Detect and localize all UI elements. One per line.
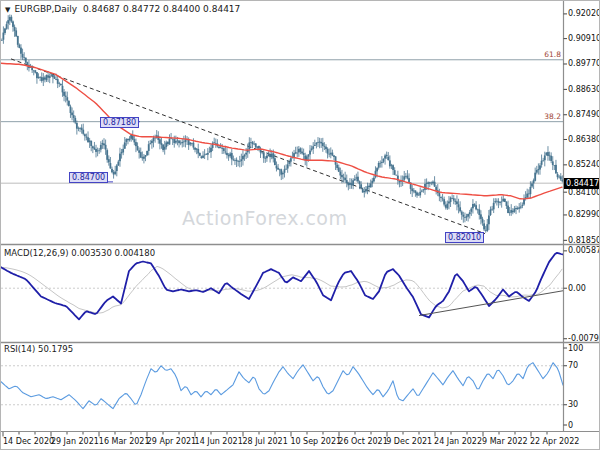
- ohlc-values: 0.84687 0.84772 0.84400 0.84417: [83, 4, 240, 14]
- price-axis-tick: 0.85240: [568, 160, 600, 169]
- macd-axis-tick: 0.00: [568, 284, 586, 293]
- macd-indicator-label: MACD(12,26,9) 0.003530 0.004180: [4, 248, 155, 258]
- rsi-axis-tick: 30: [568, 400, 578, 409]
- symbol-timeframe-label: EURGBP,Daily: [14, 4, 77, 14]
- rsi-indicator-label: RSI(14) 50.1795: [4, 344, 73, 354]
- price-annotation: 0.82010: [445, 232, 484, 243]
- price-annotation: 0.84700: [69, 172, 108, 183]
- macd-axis-tick: -0.007945: [568, 334, 600, 343]
- macd-name: MACD(12,26,9): [4, 248, 69, 258]
- current-price-badge: 0.84417: [564, 178, 600, 189]
- date-axis-label: 9 Dec 2021: [386, 437, 432, 446]
- rsi-axis-tick: 70: [568, 361, 578, 370]
- price-axis-tick: 0.81850: [568, 236, 600, 245]
- rsi-axis-tick: 100: [568, 344, 583, 353]
- price-axis-tick: 0.90910: [568, 34, 600, 43]
- macd-axis-tick: 0.005872: [568, 246, 600, 255]
- date-axis-label: 16 Mar 2021: [99, 437, 150, 446]
- date-axis-label: 22 Apr 2022: [530, 437, 579, 446]
- fib-level-label: 38.2: [539, 112, 561, 121]
- date-axis-label: 10 Sep 2021: [290, 437, 341, 446]
- date-axis-label: 24 Jan 2022: [434, 437, 482, 446]
- rsi-panel[interactable]: [1, 343, 563, 431]
- chart-title: ▼EURGBP,Daily 0.84687 0.84772 0.84400 0.…: [5, 4, 240, 14]
- price-axis-tick: 0.82990: [568, 210, 600, 219]
- rsi-name: RSI(14): [4, 344, 35, 354]
- date-axis-label: 26 Oct 2021: [338, 437, 387, 446]
- price-axis-tick: 0.86380: [568, 135, 600, 144]
- price-annotation: 0.87180: [100, 117, 139, 128]
- forex-chart-window: ▼EURGBP,Daily 0.84687 0.84772 0.84400 0.…: [0, 0, 600, 450]
- price-axis-tick: 0.92020: [568, 9, 600, 18]
- date-axis-label: 14 Dec 2020: [3, 437, 54, 446]
- rsi-value: 50.1795: [38, 344, 73, 354]
- date-axis-label: 14 Jun 2021: [195, 437, 243, 446]
- date-axis-label: 9 Mar 2022: [482, 437, 528, 446]
- date-axis-label: 29 Jan 2021: [51, 437, 99, 446]
- macd-panel[interactable]: [1, 246, 563, 342]
- price-axis-tick: 0.89770: [568, 59, 600, 68]
- macd-values: 0.003530 0.004180: [71, 248, 155, 258]
- price-axis-tick: 0.84100: [568, 188, 600, 197]
- symbol-dropdown-icon[interactable]: ▼: [5, 6, 10, 14]
- date-axis-label: 29 Apr 2021: [147, 437, 196, 446]
- main-chart-area[interactable]: [1, 1, 563, 244]
- price-axis-tick: 0.87490: [568, 110, 600, 119]
- date-axis-label: 28 Jul 2021: [243, 437, 288, 446]
- price-axis-tick: 0.88630: [568, 85, 600, 94]
- rsi-axis-tick: 0: [568, 421, 573, 430]
- fib-level-label: 61.8: [539, 50, 561, 59]
